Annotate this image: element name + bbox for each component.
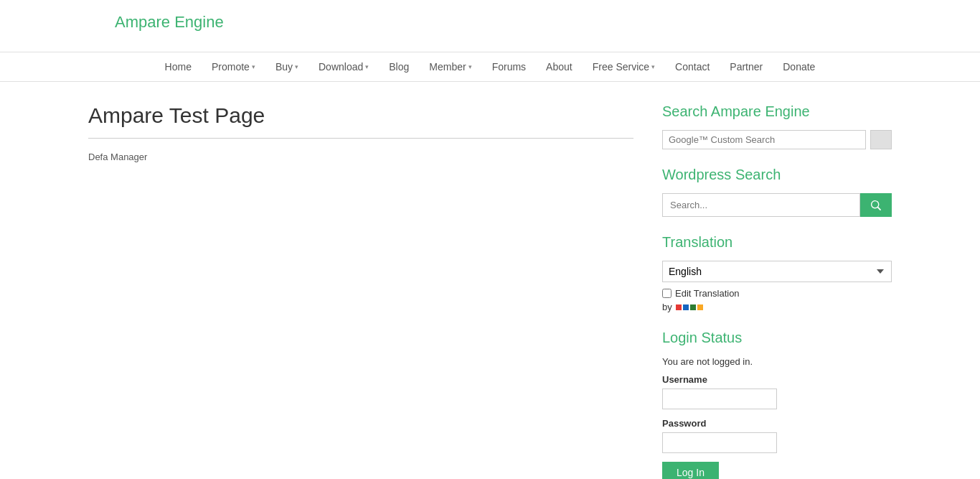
username-label: Username	[662, 374, 892, 385]
search-ampare-section: Search Ampare Engine	[662, 103, 892, 149]
wpml-square-red	[676, 304, 682, 310]
translation-section: Translation English French Spanish Germa…	[662, 234, 892, 312]
content-area: Ampare Test Page Defa Manager	[88, 103, 633, 479]
translation-title: Translation	[662, 234, 892, 251]
nav-free-service[interactable]: Free Service▾	[583, 52, 665, 81]
wp-search-input[interactable]	[662, 193, 860, 217]
login-status-text: You are not logged in.	[662, 356, 892, 367]
edit-translation-checkbox[interactable]	[662, 289, 672, 298]
main-container: Ampare Test Page Defa Manager Search Amp…	[60, 82, 920, 479]
main-nav: Home Promote▾ Buy▾ Download▾ Blog Member…	[0, 52, 980, 82]
caret-icon: ▾	[365, 63, 369, 70]
nav-about[interactable]: About	[536, 52, 583, 81]
edit-translation-label: Edit Translation	[675, 288, 740, 299]
sidebar: Search Ampare Engine Wordpress Search Tr…	[662, 103, 892, 479]
password-label: Password	[662, 418, 892, 429]
wpml-square-blue	[683, 304, 689, 310]
nav-blog[interactable]: Blog	[379, 52, 419, 81]
site-header: Ampare Engine	[0, 0, 980, 52]
nav-contact[interactable]: Contact	[665, 52, 720, 81]
nav-donate[interactable]: Donate	[773, 52, 825, 81]
page-subtitle: Defa Manager	[88, 152, 633, 162]
nav-download[interactable]: Download▾	[308, 52, 379, 81]
nav-forums[interactable]: Forums	[482, 52, 536, 81]
site-title[interactable]: Ampare Engine	[115, 13, 224, 32]
caret-icon: ▾	[295, 63, 298, 70]
wpml-square-yellow	[697, 304, 703, 310]
password-input[interactable]	[662, 432, 777, 453]
wordpress-search-section: Wordpress Search	[662, 167, 892, 217]
wp-search-row	[662, 193, 892, 217]
google-search-row	[662, 130, 892, 149]
page-title: Ampare Test Page	[88, 103, 633, 128]
google-search-button[interactable]	[870, 130, 892, 149]
login-button[interactable]: Log In	[662, 462, 719, 479]
nav-partner[interactable]: Partner	[720, 52, 773, 81]
login-status-section: Login Status You are not logged in. User…	[662, 330, 892, 479]
login-status-title: Login Status	[662, 330, 892, 346]
by-text: by	[662, 302, 672, 312]
wpml-square-green	[690, 304, 696, 310]
edit-translation-row: Edit Translation	[662, 288, 892, 299]
caret-icon: ▾	[468, 63, 472, 70]
search-icon	[871, 200, 881, 210]
nav-buy[interactable]: Buy▾	[265, 52, 308, 81]
nav-member[interactable]: Member▾	[419, 52, 481, 81]
nav-promote[interactable]: Promote▾	[202, 52, 265, 81]
google-search-input[interactable]	[662, 130, 866, 149]
wordpress-search-title: Wordpress Search	[662, 167, 892, 183]
by-row: by	[662, 302, 892, 312]
wpml-icon	[676, 304, 703, 310]
username-input[interactable]	[662, 389, 777, 409]
caret-icon: ▾	[252, 63, 255, 70]
page-divider	[88, 138, 633, 139]
language-select[interactable]: English French Spanish German Japanese	[662, 261, 892, 282]
search-ampare-title: Search Ampare Engine	[662, 103, 892, 120]
wp-search-button[interactable]	[860, 193, 892, 217]
caret-icon: ▾	[651, 63, 655, 70]
nav-home[interactable]: Home	[155, 52, 202, 81]
